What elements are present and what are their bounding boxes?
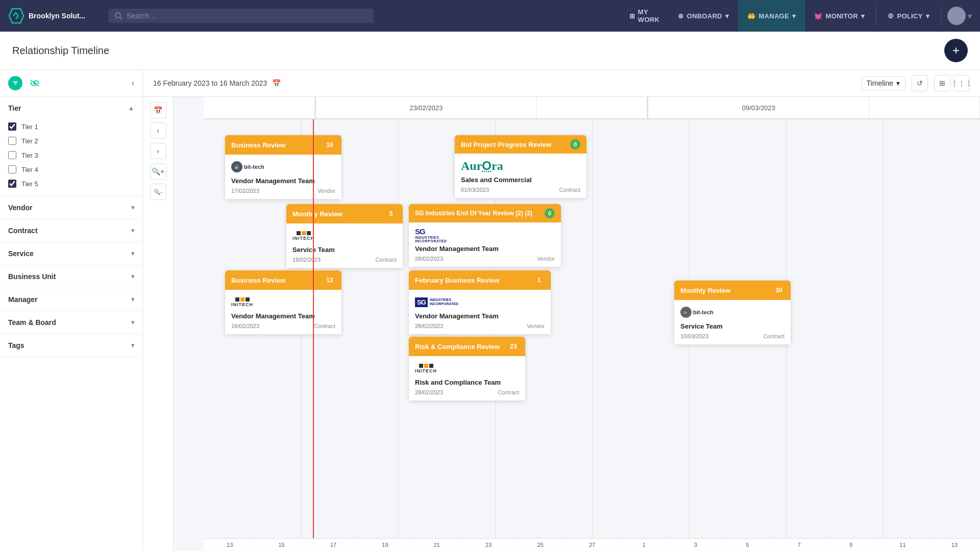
card-header: Bid Project Progress Review 0	[455, 135, 586, 154]
grid-line-7	[883, 119, 884, 538]
card-body: AurOra Sales and Commercial 01/03/2023 C…	[455, 154, 586, 198]
tier4-checkbox[interactable]	[8, 165, 16, 173]
timeline-ruler: 13 15 17 19 21 23 25 27 1 3 5 7 9 11	[204, 538, 980, 551]
tier3-checkbox[interactable]	[8, 151, 16, 159]
nav-policy[interactable]: ⚙ POLICY ▾	[878, 0, 939, 32]
date-range: 16 February 2023 to 16 March 2023 📅	[153, 79, 281, 87]
card-header: February Business Review 1	[409, 270, 551, 290]
vendor-section: Vendor ▾	[0, 196, 142, 219]
team-board-section: Team & Board ▾	[0, 311, 142, 334]
card-header: Risk & Compliance Review 23	[409, 337, 525, 356]
nav-my-work[interactable]: ⊞ MYWORK	[620, 0, 669, 32]
main-layout: ‹ Tier ▲ Tier 1 Tier 2 Tier 3 Tier 4	[0, 70, 980, 551]
nav-onboard[interactable]: ⊕ ONBOARD ▾	[669, 0, 738, 32]
card-bid-project[interactable]: Bid Project Progress Review 0 AurOra Sal…	[454, 135, 587, 198]
card-header: Business Review 13	[225, 270, 341, 290]
tier1-checkbox[interactable]	[8, 122, 16, 131]
tier2-checkbox[interactable]	[8, 137, 16, 145]
vendor-section-header[interactable]: Vendor ▾	[0, 196, 142, 219]
chevron-down-icon: ▾	[896, 79, 900, 87]
chevron-down-icon: ▾	[792, 12, 796, 20]
contract-section-header[interactable]: Contract ▾	[0, 219, 142, 242]
card-business-review-2[interactable]: Business Review 13	[225, 270, 342, 335]
logo: bt bit-tech	[231, 160, 335, 174]
prev-button[interactable]: ‹	[150, 122, 166, 139]
nav-manage[interactable]: 🤲 MANAGE ▾	[738, 0, 805, 32]
team-board-chevron: ▾	[131, 319, 134, 326]
tier-chevron-up: ▲	[128, 105, 134, 112]
timeline-view-label: Timeline	[867, 79, 893, 87]
sidebar: ‹ Tier ▲ Tier 1 Tier 2 Tier 3 Tier 4	[0, 70, 143, 551]
manager-section-header[interactable]: Manager ▾	[0, 288, 142, 311]
column-view-button[interactable]: ⋮⋮⋮	[953, 75, 970, 91]
filter-icon	[12, 80, 19, 87]
svg-line-2	[120, 17, 122, 19]
app-logo[interactable]: Brooklyn Solut...	[8, 8, 100, 24]
sgindustries2-logo: SG INDUSTRIESINCORPORATED	[415, 297, 458, 307]
business-unit-section-header[interactable]: Business Unit ▾	[0, 265, 142, 288]
card-body: bt bit-tech Vendor Management Team 17/02…	[225, 155, 341, 199]
heartbeat-icon: 💓	[814, 12, 822, 20]
service-section: Service ▾	[0, 242, 142, 265]
tier4-label: Tier 4	[21, 166, 38, 173]
card-body: INITECH Service Team 18/02/2023 Contract	[286, 223, 403, 268]
add-button[interactable]: +	[944, 39, 968, 62]
card-monthly-review-1[interactable]: Monthly Review 5	[286, 204, 403, 268]
logo: SG INDUSTRIESINCORPORATED	[415, 295, 545, 309]
next-button[interactable]: ›	[150, 143, 166, 159]
tier5-checkbox[interactable]	[8, 180, 16, 188]
tier-label: Tier	[8, 104, 21, 112]
bittech-logo-2: bt bit-tech	[680, 307, 714, 318]
contract-label: Contract	[8, 227, 38, 235]
calendar-nav-button[interactable]: 📅	[150, 102, 166, 118]
card-business-review-1[interactable]: Business Review 16 bt bit-tech	[225, 135, 342, 199]
filter-badge[interactable]	[8, 76, 22, 90]
grid-view-button[interactable]: ⊞	[934, 75, 950, 91]
timeline-view-select[interactable]: Timeline ▾	[861, 76, 905, 90]
vendor-chevron: ▾	[131, 204, 134, 211]
zoom-in-button[interactable]: 🔍+	[150, 163, 166, 180]
tags-section-header[interactable]: Tags ▾	[0, 334, 142, 357]
card-risk-compliance[interactable]: Risk & Compliance Review 23	[408, 336, 526, 401]
search-bar[interactable]	[108, 9, 374, 23]
vendor-label: Vendor	[8, 204, 32, 212]
business-unit-section: Business Unit ▾	[0, 265, 142, 288]
logo: INITECH	[415, 361, 519, 375]
nav-divider	[876, 6, 876, 26]
contract-chevron: ▾	[131, 227, 134, 234]
nav-divider-2	[941, 6, 941, 26]
tier4-item: Tier 4	[0, 162, 142, 177]
chevron-down-icon: ▾	[725, 12, 729, 20]
card-monthly-review-2[interactable]: Monthly Review 30 bt bit-tech	[674, 280, 791, 345]
user-avatar[interactable]	[947, 7, 966, 25]
sidebar-collapse-button[interactable]: ‹	[132, 79, 134, 88]
refresh-button[interactable]: ↺	[912, 75, 928, 91]
initech-logo: INITECH	[292, 231, 314, 241]
calendar-icon[interactable]: 📅	[272, 79, 281, 87]
bittech-logo: bt bit-tech	[231, 161, 264, 172]
business-unit-label: Business Unit	[8, 272, 56, 281]
tier5-label: Tier 5	[21, 180, 38, 188]
tier3-item: Tier 3	[0, 148, 142, 162]
manager-label: Manager	[8, 295, 38, 304]
date-cell-23	[204, 97, 315, 118]
zoom-out-button[interactable]: 🔍-	[150, 184, 166, 200]
service-section-header[interactable]: Service ▾	[0, 242, 142, 265]
tier-section-header[interactable]: Tier ▲	[0, 97, 142, 119]
card-feb-business-review[interactable]: February Business Review 1 SG INDUSTRIES…	[408, 270, 551, 335]
search-input[interactable]	[127, 12, 368, 20]
manager-section: Manager ▾	[0, 288, 142, 311]
today-line	[313, 119, 314, 538]
chevron-down-icon[interactable]: ▾	[968, 11, 972, 21]
logo: INITECH	[292, 229, 397, 243]
sidebar-icons	[8, 76, 42, 90]
grid-icon: ⊞	[629, 12, 635, 20]
card-header: Monthly Review 5	[286, 204, 403, 223]
card-sg-industries[interactable]: SG Industries End Of Year Review (2) (2)…	[408, 204, 561, 267]
eye-off-icon[interactable]	[28, 76, 42, 90]
initech-logo: INITECH	[415, 364, 437, 373]
nav-monitor[interactable]: 💓 MONITOR ▾	[805, 0, 874, 32]
service-label: Service	[8, 249, 34, 258]
team-board-section-header[interactable]: Team & Board ▾	[0, 311, 142, 334]
svg-marker-0	[9, 9, 23, 23]
